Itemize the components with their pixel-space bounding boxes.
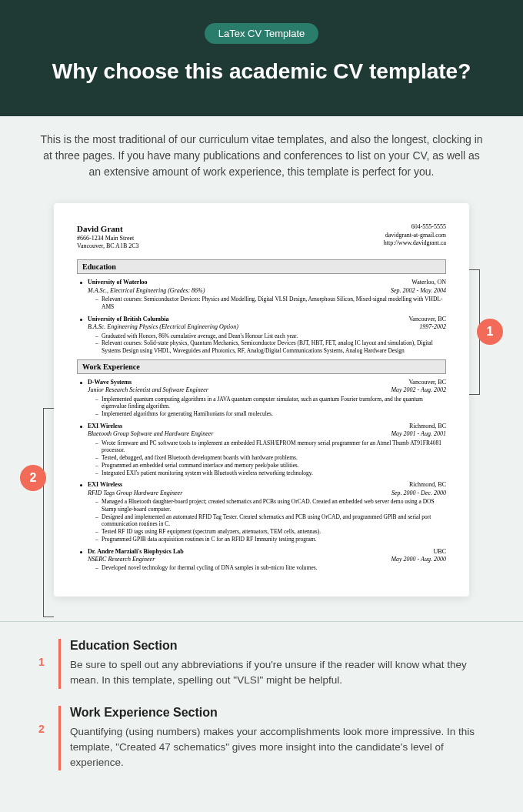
entry-bullet: Tested RF ID tags using RF equipment (sp… [95,528,446,536]
note-text: Be sure to spell out any abbreviations i… [70,657,485,689]
cv-entry: D-Wave SystemsVancouver, BCJunior Resear… [77,379,446,418]
entry-bullet: Developed novel technology for thermal c… [95,564,446,572]
cv-education-list: University of WaterlooWaterloo, ONM.A.Sc… [77,279,446,354]
entry-dates: Sep. 2002 - May. 2004 [391,287,446,295]
divider [0,621,523,622]
cv-document: David Grant #666-1234 Main Street Vancou… [54,203,469,596]
callout-marker-1: 1 [477,319,503,345]
cv-email: davidgrant-at-gmail.com [384,232,446,239]
entry-bullet: Relevant courses: Semiconductor Devices:… [95,296,446,311]
entry-bullets: Managed a Bluetooth daughter-board proje… [88,498,446,543]
entry-dates: 1997-2002 [419,323,446,331]
entry-location: Vancouver, BC [408,316,446,323]
entry-dates: Sep. 2000 - Dec. 2000 [391,490,446,497]
entry-subtitle: Junior Research Scientist and Software E… [88,386,208,394]
note-number: 1 [38,639,48,689]
note-title: Work Experience Section [70,706,485,720]
note: 2Work Experience SectionQuantifying (usi… [38,706,485,771]
entry-title: Dr. Andre Marziali's Biophysics Lab [88,548,184,556]
entry-title: University of Waterloo [88,279,148,286]
page-title: Why choose this academic CV template? [31,58,492,85]
bracket-work [43,408,54,617]
entry-bullets: Implemented quantum computing algorithms… [88,396,446,418]
entry-title: EXI Wireless [88,481,122,489]
entry-bullet: Programmed GPIB data acquisition routine… [95,536,446,543]
entry-bullets: Relevant courses: Semiconductor Devices:… [88,296,446,311]
cv-preview-wrapper: 1 2 David Grant #666-1234 Main Street Va… [0,188,523,612]
notes-section: 1Education SectionBe sure to spell out a… [0,631,523,810]
cv-section-work: Work Experience [77,359,446,374]
cv-address-2: Vancouver, BC A1B 2C3 [77,242,139,250]
callout-marker-2: 2 [20,465,46,491]
entry-bullet: Wrote firmware and PC software tools to … [95,439,446,455]
cv-entry: University of WaterlooWaterloo, ONM.A.Sc… [77,279,446,310]
entry-bullet: Integrated EXI's patient monitoring syst… [95,469,446,477]
entry-subtitle: RFID Tags Group Hardware Engineer [88,490,182,497]
entry-dates: May 2000 - Aug. 2000 [391,556,446,563]
cv-name: David Grant [77,223,139,234]
entry-dates: May 2002 - Aug. 2002 [391,386,446,394]
entry-location: Richmond, BC [409,481,446,489]
entry-bullet: Tested, debugged, and fixed Bluetooth de… [95,454,446,462]
entry-bullet: Programmed an embedded serial command in… [95,462,446,469]
entry-title: D-Wave Systems [88,379,132,386]
entry-bullet: Relevant courses: Solid-state physics, Q… [95,339,446,355]
entry-bullets: Wrote firmware and PC software tools to … [88,439,446,477]
entry-title: EXI Wireless [88,423,122,430]
entry-subtitle: M.A.Sc., Electrical Engineering (Grades:… [88,287,205,295]
cv-entry: EXI WirelessRichmond, BCBluetooth Group … [77,423,446,477]
note-body: Education SectionBe sure to spell out an… [58,639,485,689]
cv-identity: David Grant #666-1234 Main Street Vancou… [77,223,139,250]
entry-bullet: Implemented algorithms for generating Ha… [95,410,446,418]
entry-location: UBC [434,548,446,556]
hero: LaTex CV Template Why choose this academ… [0,0,523,116]
intro-text: This is the most traditional of our curr… [0,116,523,188]
cv-entry: University of British ColumbiaVancouver,… [77,316,446,355]
entry-subtitle: Bluetooth Group Software and Hardware En… [88,430,213,438]
cv-web: http://www.davidgrant.ca [384,239,446,247]
entry-dates: May 2001 - Aug. 2001 [391,430,446,438]
entry-subtitle: NSERC Research Engineer [88,556,155,563]
cv-work-list: D-Wave SystemsVancouver, BCJunior Resear… [77,379,446,572]
entry-bullet: Graduated with Honors, 86% cumulative av… [95,332,446,340]
cv-phone: 604-555-5555 [384,223,446,231]
entry-bullets: Developed novel technology for thermal c… [88,564,446,572]
entry-location: Waterloo, ON [411,279,446,286]
note: 1Education SectionBe sure to spell out a… [38,639,485,689]
cv-header: David Grant #666-1234 Main Street Vancou… [77,223,446,250]
entry-title: University of British Columbia [88,316,169,323]
cv-entry: Dr. Andre Marziali's Biophysics LabUBCNS… [77,548,446,573]
cv-entry: EXI WirelessRichmond, BCRFID Tags Group … [77,481,446,543]
entry-bullet: Implemented quantum computing algorithms… [95,396,446,411]
entry-bullet: Designed and implemented an automated RF… [95,513,446,529]
entry-bullet: Managed a Bluetooth daughter-board proje… [95,498,446,513]
cv-contact: 604-555-5555 davidgrant-at-gmail.com htt… [384,223,446,250]
template-badge: LaTex CV Template [205,23,319,44]
cv-address-1: #666-1234 Main Street [77,235,139,242]
note-text: Quantifying (using numbers) makes your a… [70,724,485,771]
entry-bullets: Graduated with Honors, 86% cumulative av… [88,332,446,355]
note-title: Education Section [70,639,485,653]
entry-location: Richmond, BC [409,423,446,430]
note-number: 2 [38,706,48,771]
entry-subtitle: B.A.Sc. Engineering Physics (Electrical … [88,323,238,331]
cv-section-education: Education [77,259,446,274]
entry-location: Vancouver, BC [408,379,446,386]
note-body: Work Experience SectionQuantifying (usin… [58,706,485,771]
